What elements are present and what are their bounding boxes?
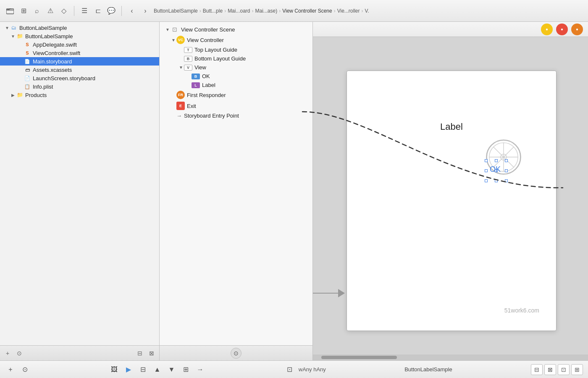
tree-label-group: ButtonLabelSample (25, 33, 73, 39)
tree-item-viewcontroller[interactable]: ▶ S ViewController.swift (0, 49, 159, 57)
bottom-resolve-icon[interactable]: ▼ (166, 364, 177, 375)
grid-icon[interactable]: ⊞ (18, 6, 29, 16)
tree-label-main-storyboard: Main.storyboard (33, 58, 72, 65)
scene-label-entry-point: Storyboard Entry Point (184, 113, 239, 119)
breadcrumb-item-7[interactable]: V. (365, 8, 369, 14)
breadcrumb-item-6[interactable]: Vie...roller (337, 8, 360, 14)
bottom-add-icon[interactable]: + (5, 364, 16, 375)
scrollbar-thumb[interactable] (321, 356, 397, 359)
bottom-pin-icon[interactable]: ▲ (152, 364, 163, 375)
tree-item-launchscreen[interactable]: ▶ 📄 LaunchScreen.storyboard (0, 74, 159, 82)
ios-ok-label: OK (490, 165, 501, 174)
tree-label-infoplist: Info.plist (33, 84, 53, 90)
nav-forward-icon[interactable]: › (140, 6, 150, 16)
link-icon[interactable]: ⊏ (93, 6, 103, 16)
canvas-top-bar: ● ● ● (313, 22, 588, 37)
scene-item-vc-scene[interactable]: ▼ ⊡ View Controller Scene (160, 24, 312, 34)
arrow-head (338, 289, 345, 297)
scene-item-vc[interactable]: ▼ VC View Controller (160, 34, 312, 45)
project-icon: 🗂 (10, 24, 18, 31)
canvas-body[interactable]: Label (313, 37, 588, 360)
constraint-icon-4[interactable]: ⊞ (571, 364, 583, 375)
bottom-constraint-icon[interactable]: ▶ (123, 364, 134, 375)
scene-bottom-bar: ⊙ (160, 345, 312, 360)
toolbar-separator (74, 6, 74, 16)
scene-label-vc: View Controller (187, 37, 224, 43)
top-toolbar: ⊞ ⌕ ⚠ ◇ ☰ ⊏ 💬 ‹ › ButtonLabelSample › Bu… (0, 0, 588, 22)
tree-label-products: Products (25, 92, 47, 98)
scene-label-exit: Exit (187, 103, 196, 109)
folder-icon[interactable] (5, 6, 15, 16)
bottom-embed-icon[interactable]: ⊞ (180, 364, 191, 375)
ios-device-mockup[interactable]: Label (346, 71, 556, 331)
scene-label-ok: OK (202, 73, 210, 79)
tree-item-products[interactable]: ▶ 📁 Products (0, 91, 159, 99)
warning-icon[interactable]: ⚠ (45, 6, 55, 16)
ios-ok-button[interactable]: OK (489, 163, 506, 176)
scene-item-entry-point[interactable]: ▶ → Storyboard Entry Point (160, 111, 312, 120)
scene-item-bottom-layout[interactable]: ▶ B Bottom Layout Guide (160, 54, 312, 63)
scene-zoom-button[interactable]: ⊙ (231, 348, 242, 359)
exit-badge: E (176, 102, 185, 110)
canvas-orange-button[interactable]: ● (571, 24, 583, 35)
scene-item-first-responder[interactable]: ▶ FR First Responder (160, 89, 312, 100)
breadcrumb-item-4[interactable]: Mai...ase) (255, 8, 277, 14)
arrow-line (313, 293, 338, 294)
main-content: ▼ 🗂 ButtonLabelSample ▼ 📁 ButtonLabelSam… (0, 22, 588, 360)
handle-tr (505, 159, 508, 162)
entry-arrow (313, 289, 345, 297)
tree-item-main-storyboard[interactable]: ▶ 📄 Main.storyboard (0, 57, 159, 66)
scene-tree: ▼ ⊡ View Controller Scene ▼ VC View Cont… (160, 22, 312, 345)
handle-bc (495, 179, 498, 182)
scene-item-top-layout[interactable]: ▶ T Top Layout Guide (160, 45, 312, 54)
comment-icon[interactable]: 💬 (106, 6, 116, 16)
tree-item-group[interactable]: ▼ 📁 ButtonLabelSample (0, 32, 159, 40)
breadcrumb-item-1[interactable]: ButtonLabelSample (154, 8, 198, 14)
tree-item-root[interactable]: ▼ 🗂 ButtonLabelSample (0, 24, 159, 32)
bottom-toolbar: + ⊙ 🖼 ▶ ⊟ ▲ ▼ ⊞ → ⊡ wAny hAny ButtonLabe… (0, 360, 588, 378)
breadcrumb-item-5[interactable]: View Controller Scene (282, 8, 332, 14)
constraint-icon-3[interactable]: ⊡ (558, 364, 570, 375)
swift-icon-vc: S (24, 50, 31, 56)
scene-item-exit[interactable]: ▶ E Exit (160, 100, 312, 111)
file-navigator: ▼ 🗂 ButtonLabelSample ▼ 📁 ButtonLabelSam… (0, 22, 160, 360)
top-layout-badge: T (184, 47, 192, 53)
tree-item-infoplist[interactable]: ▶ 📋 Info.plist (0, 82, 159, 91)
nav-bottom-history-icon[interactable]: ⊙ (15, 349, 24, 357)
list-icon[interactable]: ☰ (79, 6, 89, 16)
scene-arrow-view: ▼ (178, 65, 184, 70)
add-file-icon[interactable]: + (3, 349, 12, 357)
nav-bottom-filter-icon[interactable]: ⊟ (136, 349, 144, 357)
search-icon[interactable]: ⌕ (32, 6, 42, 16)
bottom-image-icon[interactable]: 🖼 (109, 364, 120, 375)
scene-label-bottom-layout: Bottom Layout Guide (194, 55, 246, 62)
bottom-align-icon[interactable]: ⊟ (137, 364, 148, 375)
watermark: 51work6.com (504, 307, 539, 314)
scene-item-ok-button[interactable]: ▶ B OK (160, 72, 312, 81)
diamond-icon[interactable]: ◇ (59, 6, 69, 16)
tree-arrow-group: ▼ (10, 34, 16, 39)
tree-item-assets[interactable]: ▶ 🗃 Assets.xcassets (0, 66, 159, 74)
canvas-red-button[interactable]: ● (556, 24, 568, 35)
bottom-right-icons: ⊟ ⊠ ⊡ ⊞ (531, 364, 583, 375)
constraint-icon-1[interactable]: ⊟ (531, 364, 543, 375)
nav-bottom-bar: + ⊙ ⊟ ⊠ (0, 345, 159, 360)
canvas-scrollbar[interactable] (313, 354, 588, 360)
breadcrumb-item-2[interactable]: Butt...ple (203, 8, 223, 14)
breadcrumb-item-3[interactable]: Mai...oard (228, 8, 250, 14)
scene-item-label[interactable]: ▶ L Label (160, 81, 312, 89)
handle-tc (495, 159, 498, 162)
bottom-device-icon[interactable]: ⊡ (284, 364, 295, 375)
ios-label-text: Label (440, 121, 463, 132)
ok-badge: B (192, 74, 200, 79)
bottom-history-icon[interactable]: ⊙ (19, 364, 30, 375)
bottom-app-label: ButtonLabelSample (404, 366, 452, 373)
scene-item-view[interactable]: ▼ V View (160, 63, 312, 72)
tree-item-appdelegate[interactable]: ▶ S AppDelegate.swift (0, 40, 159, 49)
constraint-icon-2[interactable]: ⊠ (544, 364, 556, 375)
bottom-arrow-icon[interactable]: → (194, 364, 205, 375)
nav-bottom-search-icon[interactable]: ⊠ (147, 349, 156, 357)
toolbar-separator-2 (121, 6, 122, 16)
nav-back-icon[interactable]: ‹ (127, 6, 137, 16)
canvas-yellow-button[interactable]: ● (541, 24, 553, 35)
